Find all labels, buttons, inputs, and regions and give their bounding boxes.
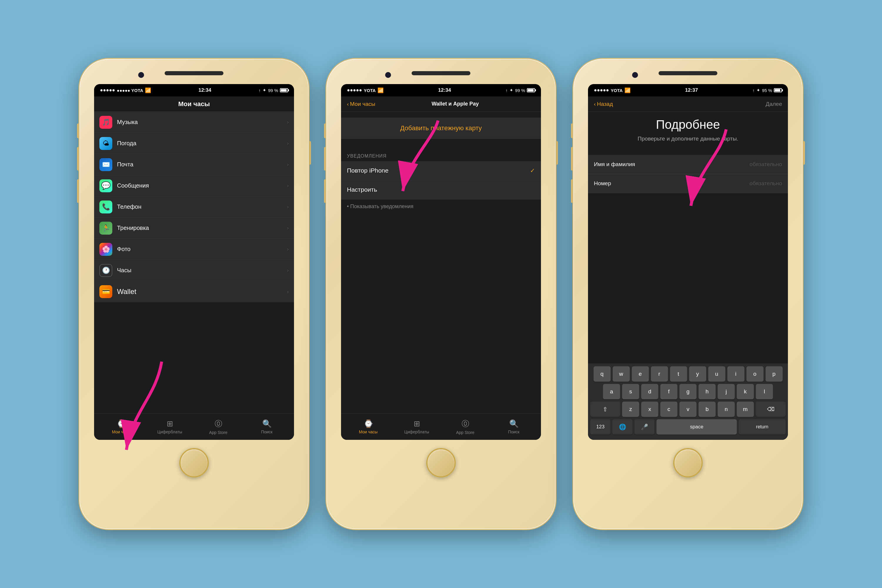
add-card-button[interactable]: Добавить платежную карту bbox=[341, 118, 541, 139]
list-item-photos[interactable]: 🌸 Фото › bbox=[94, 239, 294, 260]
music-icon: 🎵 bbox=[99, 116, 112, 129]
tab-appstore-label-2: App Store bbox=[456, 430, 474, 435]
key-k[interactable]: k bbox=[737, 384, 754, 399]
key-return[interactable]: return bbox=[739, 419, 786, 435]
keyboard-row-1: q w e r t y u i o p bbox=[590, 366, 786, 382]
mute-button-3[interactable] bbox=[571, 123, 573, 138]
key-w[interactable]: w bbox=[613, 366, 630, 382]
key-x[interactable]: x bbox=[641, 402, 658, 417]
key-o[interactable]: o bbox=[747, 366, 764, 382]
key-m[interactable]: m bbox=[737, 402, 754, 417]
key-mic[interactable]: 🎤 bbox=[634, 419, 654, 435]
tab-appstore-label-1: App Store bbox=[209, 430, 227, 435]
key-l[interactable]: l bbox=[756, 384, 773, 399]
key-i[interactable]: i bbox=[728, 366, 744, 382]
key-p[interactable]: p bbox=[766, 366, 783, 382]
key-c[interactable]: c bbox=[660, 402, 677, 417]
faces-tab-icon-2: ⊞ bbox=[414, 419, 420, 428]
power-button[interactable] bbox=[309, 141, 311, 165]
key-u[interactable]: u bbox=[708, 366, 725, 382]
home-button-1[interactable] bbox=[179, 448, 209, 477]
volume-down-button-2[interactable] bbox=[324, 179, 326, 203]
key-delete[interactable]: ⌫ bbox=[756, 402, 786, 417]
key-globe[interactable]: 🌐 bbox=[612, 419, 632, 435]
key-t[interactable]: t bbox=[670, 366, 687, 382]
key-b[interactable]: b bbox=[699, 402, 716, 417]
tab-faces-1[interactable]: ⊞ Циферблаты bbox=[151, 419, 189, 434]
tab-search-1[interactable]: 🔍 Поиск bbox=[248, 419, 286, 434]
name-field-row[interactable]: Имя и фамилия обязательно bbox=[588, 155, 788, 174]
key-r[interactable]: r bbox=[651, 366, 668, 382]
tab-search-2[interactable]: 🔍 Поиск bbox=[495, 419, 533, 434]
back-chevron-3: ‹ bbox=[594, 101, 596, 107]
volume-up-button-3[interactable] bbox=[571, 147, 573, 171]
customize-item[interactable]: Настроить bbox=[341, 180, 541, 200]
list-item-clock[interactable]: 🕐 Часы › bbox=[94, 260, 294, 281]
home-button-3[interactable] bbox=[673, 448, 703, 477]
chevron-wallet: › bbox=[287, 289, 289, 295]
power-button-2[interactable] bbox=[556, 141, 558, 165]
wallet-settings: Добавить платежную карту УВЕДОМЛЕНИЯ Пов… bbox=[341, 112, 541, 413]
key-y[interactable]: y bbox=[689, 366, 706, 382]
earpiece-2 bbox=[412, 71, 470, 75]
key-123[interactable]: 123 bbox=[590, 419, 610, 435]
key-z[interactable]: z bbox=[622, 402, 639, 417]
volume-up-button[interactable] bbox=[77, 147, 80, 171]
back-label-3: Назад bbox=[597, 101, 613, 107]
keyboard[interactable]: q w e r t y u i o p a s d f g h bbox=[588, 363, 788, 440]
key-a[interactable]: a bbox=[603, 384, 620, 399]
screen-1: ●●●●● ●●●●● YOTA 📶 12:34 ↑ ✦ 99 % Мои ча… bbox=[94, 84, 294, 440]
key-g[interactable]: g bbox=[680, 384, 696, 399]
list-item-music[interactable]: 🎵 Музыка › bbox=[94, 112, 294, 133]
tab-bar-1: ⌚ Мои часы ⊞ Циферблаты ⓪ App Store 🔍 По… bbox=[94, 413, 294, 440]
search-tab-icon-2: 🔍 bbox=[509, 419, 519, 428]
number-label: Номер bbox=[594, 180, 611, 187]
forward-button-3[interactable]: Далее bbox=[766, 101, 782, 107]
key-d[interactable]: d bbox=[641, 384, 658, 399]
key-v[interactable]: v bbox=[680, 402, 696, 417]
forward-label-3: Далее bbox=[766, 101, 782, 107]
repeat-iphone-item[interactable]: Повтор iPhone ✓ bbox=[341, 161, 541, 180]
key-f[interactable]: f bbox=[660, 384, 677, 399]
tab-faces-2[interactable]: ⊞ Циферблаты bbox=[398, 419, 436, 434]
tab-appstore-1[interactable]: ⓪ App Store bbox=[200, 418, 237, 435]
photos-icon: 🌸 bbox=[99, 243, 112, 256]
back-button-2[interactable]: ‹ Мои часы bbox=[347, 101, 375, 107]
power-button-3[interactable] bbox=[802, 141, 805, 165]
list-item-phone[interactable]: 📞 Телефон › bbox=[94, 196, 294, 218]
key-q[interactable]: q bbox=[594, 366, 610, 382]
volume-down-button-3[interactable] bbox=[571, 179, 573, 203]
number-field-row[interactable]: Номер обязательно bbox=[588, 174, 788, 193]
location-icon-3: ↑ bbox=[752, 88, 755, 93]
tab-my-watch-2[interactable]: ⌚ Мои часы bbox=[349, 419, 387, 434]
list-item-mail[interactable]: ✉️ Почта › bbox=[94, 154, 294, 175]
mute-button-2[interactable] bbox=[324, 123, 326, 138]
nav-bar-3: ‹ Назад Далее bbox=[588, 96, 788, 112]
signal-dots: ●●●●● bbox=[100, 87, 115, 93]
battery-percent-3: 95 % bbox=[762, 88, 772, 93]
tab-my-watch-1[interactable]: ⌚ Мои часы bbox=[102, 419, 141, 434]
list-item-wallet[interactable]: 💳 Wallet › bbox=[94, 281, 294, 302]
wifi-icon-3: 📶 bbox=[624, 87, 631, 93]
show-notifications-note: • Показывать уведомления bbox=[341, 200, 541, 214]
volume-up-button-2[interactable] bbox=[324, 147, 326, 171]
key-s[interactable]: s bbox=[622, 384, 639, 399]
mail-label: Почта bbox=[117, 161, 282, 168]
tab-appstore-2[interactable]: ⓪ App Store bbox=[446, 418, 484, 435]
key-e[interactable]: e bbox=[632, 366, 649, 382]
key-space[interactable]: space bbox=[657, 419, 737, 435]
screen-2: ●●●●● YOTA 📶 12:34 ↑ ✦ 99 % ‹ Мои часы W… bbox=[341, 84, 541, 440]
mute-button[interactable] bbox=[77, 123, 80, 138]
back-button-3[interactable]: ‹ Назад bbox=[594, 101, 613, 107]
list-item-weather[interactable]: 🌤 Погода › bbox=[94, 133, 294, 154]
key-n[interactable]: n bbox=[718, 402, 735, 417]
list-item-messages[interactable]: 💬 Сообщения › bbox=[94, 175, 294, 196]
list-item-workout[interactable]: 🏃 Тренировка › bbox=[94, 218, 294, 239]
volume-down-button[interactable] bbox=[77, 179, 80, 203]
phone-2: ●●●●● YOTA 📶 12:34 ↑ ✦ 99 % ‹ Мои часы W… bbox=[326, 59, 556, 529]
key-shift[interactable]: ⇧ bbox=[590, 402, 620, 417]
key-j[interactable]: j bbox=[718, 384, 735, 399]
form-content: Подробнее Проверьте и дополните данные к… bbox=[588, 112, 788, 440]
key-h[interactable]: h bbox=[699, 384, 716, 399]
home-button-2[interactable] bbox=[426, 448, 456, 477]
